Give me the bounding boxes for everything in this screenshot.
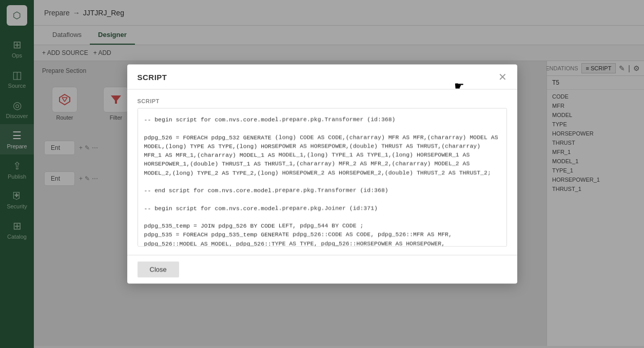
close-button[interactable]: Close [138,262,179,278]
modal-title: SCRIPT [138,72,167,81]
modal-close-button[interactable]: ✕ [498,72,507,82]
modal-header: SCRIPT ✕ [127,65,517,90]
script-content-area[interactable]: -- begin script for com.nvs.core.model.p… [138,108,507,247]
modal-body: SCRIPT -- begin script for com.nvs.core.… [127,90,517,255]
modal-footer: Close [127,255,517,284]
script-modal: SCRIPT ✕ SCRIPT -- begin script for com.… [127,65,517,284]
script-section-label: SCRIPT [138,98,507,104]
